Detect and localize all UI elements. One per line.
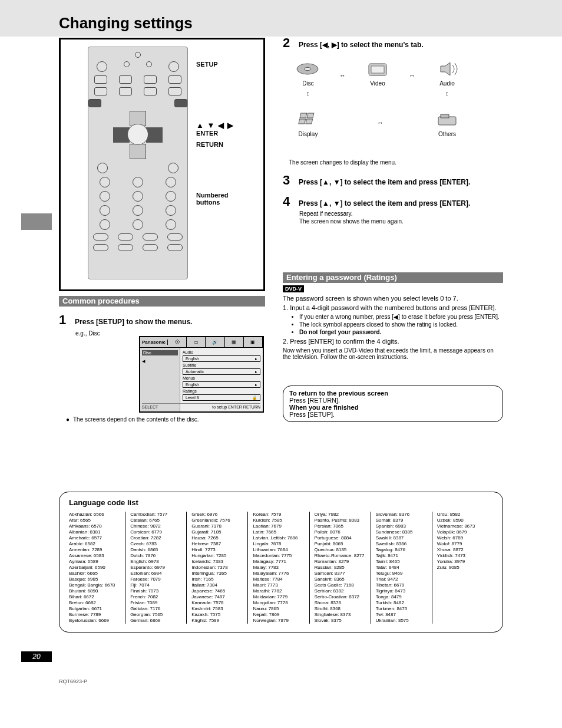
video-icon	[365, 59, 390, 79]
language-entry: Assamese: 6583	[69, 553, 120, 559]
language-entry: Lingala: 7678	[253, 541, 304, 547]
language-entry: Dutch: 7876	[130, 553, 181, 559]
language-entry: Marathi: 7782	[253, 588, 304, 594]
language-column: Greek: 6976Greenlandic: 7576Guarani: 717…	[186, 512, 247, 624]
language-entry: Frisian: 7089	[130, 600, 181, 606]
language-entry: Ameharic: 6577	[69, 535, 120, 541]
svg-rect-3	[371, 66, 384, 73]
language-entry: Malagasy: 7771	[253, 559, 304, 565]
language-entry: Vietnamese: 8673	[437, 523, 488, 529]
callout-numbered: Numbered buttons	[196, 192, 228, 206]
language-entry: Croatian: 7282	[130, 535, 181, 541]
audio-icon	[435, 59, 459, 79]
language-entry: Danish: 6865	[130, 547, 181, 553]
language-entry: Breton: 6682	[69, 600, 120, 606]
language-entry: Armenian: 7289	[69, 547, 120, 553]
language-entry: Hausa: 7265	[191, 535, 243, 541]
section-common-procedures: Common procedures	[59, 296, 265, 307]
language-entry: Mongolian: 7778	[253, 600, 304, 606]
callout-setup: SETUP	[196, 61, 218, 68]
language-entry: Portuguese: 8084	[315, 535, 366, 541]
language-entry: Bihari: 6672	[69, 594, 120, 600]
language-entry: Kazakh: 7575	[191, 612, 243, 618]
language-entry: English: 6978	[130, 559, 181, 565]
language-entry: Thai: 8472	[376, 577, 427, 582]
language-entry: Tigrinya: 8473	[376, 588, 427, 594]
language-entry: Catalan: 6765	[130, 518, 181, 523]
language-entry: Samoan: 8377	[315, 571, 366, 577]
language-entry: Xhosa: 8872	[437, 547, 488, 553]
language-entry: Sanskrit: 8365	[315, 577, 366, 582]
language-entry: Malayalam: 7776	[253, 571, 304, 577]
language-entry: Tatar: 8484	[376, 565, 427, 571]
language-entry: Afar: 6565	[69, 518, 120, 523]
language-entry: Kannada: 7578	[191, 600, 243, 606]
language-entry: Kashmiri: 7583	[191, 606, 243, 612]
language-entry: French: 7082	[130, 594, 181, 600]
language-entry: Uzbek: 8590	[437, 518, 488, 523]
language-entry: Kirghiz: 7589	[191, 618, 243, 624]
step-3-text: Press [▲, ▼] to select the item and pres…	[299, 178, 470, 186]
language-code-list: Language code list Abkhazian: 6566Afar: …	[59, 492, 503, 633]
language-entry: Rhaeto-Romance: 8277	[315, 553, 366, 559]
step-4-text: Press [▲, ▼] to select the item and pres…	[299, 199, 470, 207]
language-entry: Icelandic: 7383	[191, 559, 243, 565]
language-entry: Tajik: 8471	[376, 553, 427, 559]
language-entry: Punjabi: 8065	[315, 541, 366, 547]
language-entry: Turkmen: 8475	[376, 606, 427, 612]
language-entry: Tagalog: 8476	[376, 547, 427, 553]
footer-code: RQT6923-P	[59, 678, 87, 684]
language-entry: Interlingua: 7365	[191, 571, 243, 577]
svg-point-1	[305, 68, 310, 71]
language-entry: Ukrainian: 8575	[376, 618, 427, 624]
language-entry: Korean: 7579	[253, 512, 304, 518]
language-entry: Hindi: 7273	[191, 547, 243, 553]
osd-subtitle-value: Automatic	[186, 370, 204, 374]
language-entry: Slovenian: 8376	[376, 512, 427, 518]
language-entry: Maltese: 7784	[253, 577, 304, 582]
language-entry: Lithuanian: 7684	[253, 547, 304, 553]
language-entry: Albanian: 8381	[69, 529, 120, 535]
language-entry: German: 6869	[130, 618, 181, 624]
language-entry: Bashkir: 6665	[69, 571, 120, 577]
language-entry: Indonesian: 7378	[191, 565, 243, 571]
language-entry: Corsican: 6779	[130, 529, 181, 535]
language-entry: Abkhazian: 6566	[69, 512, 120, 518]
language-entry: Basque: 6985	[69, 577, 120, 582]
language-entry: Spanish: 6983	[376, 523, 427, 529]
language-entry: Azerbaijani: 6590	[69, 565, 120, 571]
page-title: Changing settings	[59, 14, 193, 32]
language-entry: Japanese: 7465	[191, 588, 243, 594]
language-entry: Somali: 8379	[376, 518, 427, 523]
language-entry: Slovak: 8375	[315, 618, 366, 624]
language-entry: Latin: 7665	[253, 529, 304, 535]
language-entry: Maori: 7773	[253, 582, 304, 588]
svg-rect-10	[441, 114, 449, 118]
language-entry: Cambodian: 7577	[130, 512, 181, 518]
language-entry: Telugu: 8469	[376, 571, 427, 577]
language-entry: Wolof: 8779	[437, 541, 488, 547]
language-entry: Chinese: 9072	[130, 523, 181, 529]
language-entry: Tibetan: 6679	[376, 582, 427, 588]
step4-note-b: The screen now shows the menu again.	[299, 218, 503, 225]
others-icon	[435, 110, 459, 130]
osd-label-ratings: Ratings	[183, 389, 260, 393]
svg-rect-7	[299, 119, 306, 124]
language-entry: Bengali; Bangla: 6678	[69, 582, 120, 588]
remote-illustration: SETUP ▲ ▼ ◀ ▶ ENTER RETURN Numbered butt…	[59, 38, 265, 291]
osd-label-audio: Audio	[183, 350, 260, 354]
language-entry: Estonian: 6984	[130, 571, 181, 577]
language-entry: Malay: 7783	[253, 565, 304, 571]
step-2-number: 2	[283, 35, 297, 51]
language-entry: Polish: 8076	[315, 529, 366, 535]
callout-enter: ENTER	[196, 130, 218, 137]
language-entry: Persian: 7065	[315, 523, 366, 529]
step-2-text: Press [◀, ▶] to select the menu's tab.	[299, 41, 424, 49]
language-entry: Faroese: 7079	[130, 577, 181, 582]
callout-return: RETURN	[196, 141, 223, 148]
language-entry: Urdu: 8582	[437, 512, 488, 518]
language-column: Korean: 7579Kurdish: 7585Laotian: 7679La…	[247, 512, 309, 624]
svg-marker-4	[441, 62, 450, 75]
dvd-v-badge: DVD-V	[283, 285, 304, 292]
osd-audio-value: English	[186, 357, 199, 361]
